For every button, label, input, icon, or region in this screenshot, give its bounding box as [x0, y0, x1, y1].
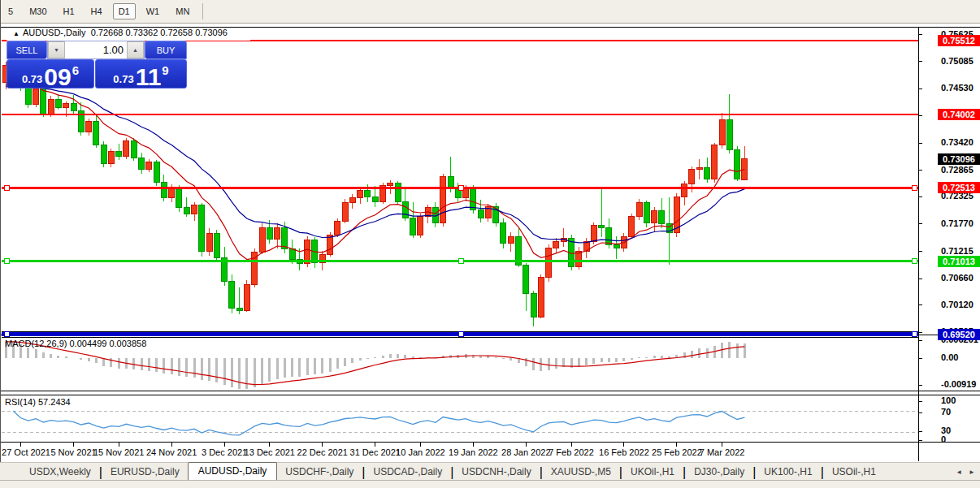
hline-price-label: 0.74002 — [938, 109, 980, 120]
buy-price-button[interactable]: 0.73 11 9 — [95, 59, 187, 89]
sell-price-pip-digit: 6 — [72, 63, 79, 77]
lot-increase-button[interactable]: ▲ — [127, 41, 144, 58]
candle-body — [214, 233, 219, 257]
price-tick-label: 0.75085 — [941, 56, 973, 66]
price-tick-label: 0.70660 — [941, 273, 973, 283]
chart-tab-ukoil-h1[interactable]: UKOil-,H1 — [622, 464, 683, 480]
rsi-axis-label: 70 — [941, 407, 951, 417]
line-drag-handle[interactable] — [4, 185, 9, 190]
candle-body — [538, 278, 544, 317]
chart-tab-dj30-daily[interactable]: DJ30-,Daily — [686, 464, 752, 480]
candle-body — [712, 145, 718, 179]
sell-price-prefix: 0.73 — [22, 73, 42, 85]
tabs-scroll-right-icon[interactable]: ► — [969, 469, 975, 476]
time-axis-label: 3 Dec 2021 — [202, 447, 247, 457]
time-axis-label: 28 Jan 2022 — [501, 447, 551, 457]
candle-body — [719, 119, 725, 145]
candle-body — [523, 265, 529, 293]
collapse-arrow-icon[interactable]: ▲ — [13, 30, 20, 37]
chart-title: ▲AUDUSD-,Daily 0.72668 0.73362 0.72658 0… — [7, 28, 250, 41]
candle-body — [696, 167, 702, 169]
chart-tab-bar: USDX,Weekly|EURUSD-,DailyAUDUSD-,DailyUS… — [0, 462, 980, 480]
time-axis-label: 16 Feb 2022 — [599, 447, 649, 457]
candle-body — [553, 241, 559, 248]
price-tick-label: 0.72865 — [941, 165, 973, 175]
candle-body — [55, 100, 61, 107]
line-drag-handle[interactable] — [912, 185, 917, 190]
lot-size-input[interactable]: 1.00 — [65, 41, 127, 58]
time-axis-label: 15 Nov 2021 — [93, 447, 144, 457]
rsi-axis-label: 0 — [941, 434, 946, 444]
candle-body — [418, 217, 423, 235]
macd-axis-label: -0.00919 — [941, 379, 976, 389]
line-drag-handle[interactable] — [458, 332, 463, 337]
sell-button[interactable]: SELL — [7, 41, 47, 59]
candle-body — [546, 248, 552, 278]
line-drag-handle[interactable] — [912, 259, 917, 264]
candle-body — [101, 145, 106, 164]
time-axis-label: 13 Dec 2021 — [245, 447, 295, 457]
candle-body — [388, 184, 393, 185]
price-tick-label: 0.70120 — [941, 300, 973, 309]
candle-body — [599, 225, 605, 227]
time-axis-label: 19 Jan 2022 — [449, 447, 498, 457]
candle-body — [139, 158, 145, 170]
candle-body — [192, 205, 197, 214]
candle-body — [124, 141, 129, 157]
candle-body — [629, 217, 635, 236]
line-drag-handle[interactable] — [4, 259, 9, 264]
candle-body — [636, 203, 642, 217]
time-axis-label: 7 Mar 2022 — [700, 447, 745, 457]
lot-decrease-button[interactable]: ▼ — [48, 41, 65, 58]
macd-main-value: 0.004499 — [69, 339, 106, 348]
candle-body — [463, 188, 469, 198]
candle-body — [25, 86, 31, 104]
line-drag-handle[interactable] — [912, 332, 917, 337]
hline-price-label: 0.75512 — [938, 35, 980, 46]
chart-tab-usoil-h1[interactable]: USOil-,H1 — [824, 464, 884, 480]
candle-body — [652, 210, 657, 222]
chart-tab-usdchf-daily[interactable]: USDCHF-,Daily — [277, 464, 362, 480]
candle-body — [41, 89, 46, 114]
price-tick-label: 0.71215 — [941, 246, 973, 256]
sell-price-big-digits: 09 — [44, 65, 71, 89]
chart-tab-audusd-daily[interactable]: AUDUSD-,Daily — [188, 462, 278, 480]
candle-body — [131, 141, 137, 158]
candle-body — [289, 249, 295, 260]
buy-button[interactable]: BUY — [145, 41, 187, 59]
time-axis-label: 24 Nov 2021 — [146, 447, 197, 457]
chart-tab-usdcnh-daily[interactable]: USDCNH-,Daily — [453, 464, 539, 480]
candle-body — [591, 225, 596, 241]
candle-body — [33, 89, 39, 105]
time-axis-label: 31 Dec 2021 — [350, 447, 401, 457]
time-axis-label: 10 Jan 2022 — [396, 447, 445, 457]
candle-body — [349, 198, 355, 203]
hline-price-label: 0.72513 — [938, 182, 980, 193]
chart-tab-xauusd-m5[interactable]: XAUUSD-,M5 — [543, 464, 619, 480]
line-drag-handle[interactable] — [458, 259, 463, 264]
time-axis-label: 27 Oct 2021 — [2, 447, 50, 457]
candle-body — [358, 190, 363, 198]
buy-price-pip-digit: 9 — [162, 63, 168, 77]
chart-tab-usdx-weekly[interactable]: USDX,Weekly — [21, 464, 99, 480]
chart-tab-usdcad-daily[interactable]: USDCAD-,Daily — [365, 464, 450, 480]
candle-body — [176, 188, 182, 208]
candle-body — [206, 233, 212, 251]
candle-body — [48, 100, 54, 114]
sell-price-button[interactable]: 0.73 09 6 — [7, 59, 94, 89]
tabs-scroll-left-icon[interactable]: ◄ — [956, 469, 962, 476]
candle-body — [659, 210, 665, 223]
candle-body — [726, 119, 732, 149]
candle-body — [501, 222, 506, 243]
line-drag-handle[interactable] — [4, 332, 9, 337]
chart-tab-uk100-h1[interactable]: UK100-,H1 — [756, 464, 820, 480]
candle-body — [372, 197, 378, 202]
status-bar — [0, 480, 980, 488]
candle-body — [63, 103, 69, 107]
line-drag-handle[interactable] — [458, 185, 463, 190]
candle-body — [440, 176, 446, 222]
rsi-label: RSI(14) 57.2434 — [5, 397, 71, 407]
candle-body — [184, 208, 189, 214]
chart-tab-eurusd-daily[interactable]: EURUSD-,Daily — [102, 464, 188, 480]
current-price-label: 0.73096 — [938, 153, 980, 165]
